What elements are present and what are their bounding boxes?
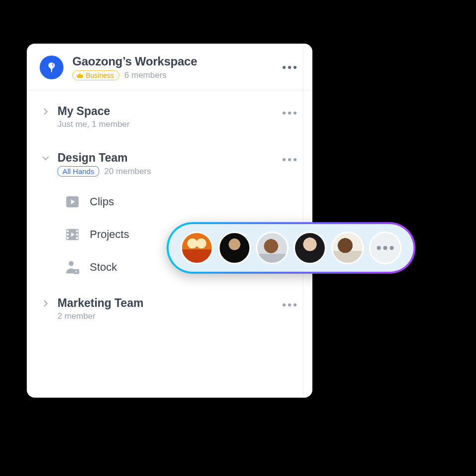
avatar[interactable] [218, 232, 251, 264]
space-marketing-team[interactable]: Marketing Team 2 member [27, 289, 312, 324]
space-my-space[interactable]: My Space Just me, 1 member [27, 97, 312, 132]
svg-rect-7 [76, 237, 78, 239]
crown-icon [76, 72, 84, 79]
workspace-title: Gaozong’s Workspace [72, 55, 280, 68]
space-title: Marketing Team [58, 297, 280, 310]
workspace-member-count: 6 members [124, 70, 167, 80]
spaces-list: My Space Just me, 1 member Design Team A… [27, 91, 312, 324]
more-members-button[interactable] [369, 232, 402, 264]
avatar[interactable] [256, 232, 289, 264]
space-design-team[interactable]: Design Team All Hands 20 members [27, 143, 312, 179]
logo-icon [45, 61, 58, 74]
svg-rect-4 [67, 237, 69, 239]
person-play-icon [64, 259, 81, 276]
space-menu-button[interactable] [280, 155, 299, 164]
avatar[interactable] [180, 232, 213, 264]
member-avatars-popover [167, 222, 416, 274]
space-menu-button[interactable] [280, 109, 299, 118]
space-subtitle: 2 member [58, 311, 96, 321]
plan-badge: Business [72, 70, 119, 80]
svg-point-8 [69, 261, 74, 266]
svg-rect-2 [67, 230, 69, 232]
chevron-down-icon[interactable] [40, 152, 52, 164]
subitem-clips[interactable]: Clips [64, 185, 312, 218]
avatar[interactable] [294, 232, 326, 264]
space-title: My Space [58, 105, 280, 118]
workspace-sidebar-panel: Gaozong’s Workspace Business 6 members [27, 44, 312, 398]
workspace-header: Gaozong’s Workspace Business 6 members [27, 44, 312, 91]
space-menu-button[interactable] [280, 300, 299, 309]
play-icon [64, 193, 81, 210]
chevron-right-icon[interactable] [40, 106, 52, 118]
avatar[interactable] [331, 232, 364, 264]
svg-rect-5 [76, 230, 78, 232]
all-hands-tag: All Hands [58, 166, 99, 177]
space-subtitle: Just me, 1 member [58, 119, 130, 129]
member-avatars-row [169, 224, 414, 272]
svg-rect-3 [67, 234, 69, 236]
space-member-count: 20 members [104, 167, 151, 177]
svg-rect-6 [76, 234, 78, 236]
subitem-label: Stock [90, 261, 117, 274]
chevron-right-icon[interactable] [40, 298, 52, 309]
space-title: Design Team [58, 151, 280, 165]
workspace-logo [40, 56, 63, 79]
subitem-label: Projects [90, 228, 129, 241]
film-icon [64, 226, 81, 243]
workspace-menu-button[interactable] [280, 63, 299, 72]
plan-label: Business [86, 71, 114, 79]
subitem-label: Clips [90, 195, 114, 208]
